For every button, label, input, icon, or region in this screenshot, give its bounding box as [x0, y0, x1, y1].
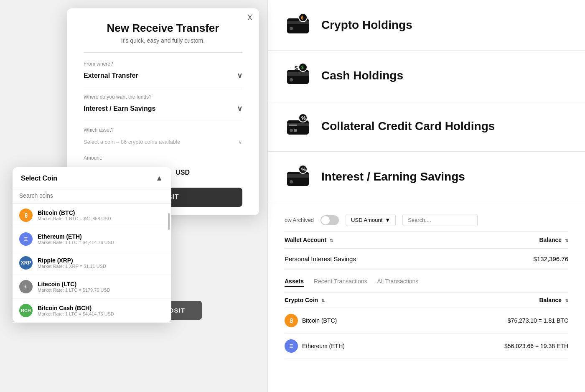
- to-dropdown[interactable]: Interest / Earn Savings ∨: [84, 102, 242, 120]
- interest-section[interactable]: % Interest / Earning Savings: [268, 152, 585, 202]
- ltc-info: Litecoin (LTC) Market Rate: 1 LTC = $179…: [38, 281, 165, 293]
- list-item-btc[interactable]: ₿ Bitcoin (BTC) Market Rate: 1 BTC = $41…: [13, 204, 171, 227]
- bch-coin-name: Bitcoin Cash (BCH): [38, 305, 165, 311]
- search-coins-input[interactable]: [13, 188, 171, 204]
- wallet-table-header: Wallet Account ⇅ Balance ⇅: [285, 232, 568, 249]
- to-label: Where do you want the funds?: [84, 94, 242, 100]
- wallet-sort-icon[interactable]: ⇅: [330, 238, 333, 243]
- from-label: From where?: [84, 61, 242, 67]
- table-row[interactable]: Personal Interest Savings $132,396.76: [285, 249, 568, 270]
- xrp-info: Ripple (XRP) Market Rate: 1 XRP = $1.11 …: [38, 257, 165, 269]
- tab-recent-transactions[interactable]: Recent Transactions: [314, 278, 367, 287]
- balance-col-header: Balance ⇅: [539, 237, 568, 243]
- assets-row-eth[interactable]: Ξ Ethereum (ETH) $56,023.66 = 19.38 ETH: [285, 333, 568, 359]
- balance-header: Balance ⇅: [539, 297, 568, 303]
- svg-text:%: %: [301, 115, 306, 121]
- btc-coin-name: Bitcoin (BTC): [38, 209, 165, 216]
- to-chevron-icon: ∨: [237, 104, 242, 113]
- collateral-title: Collateral Credit Card Holdings: [321, 120, 495, 133]
- cash-wallet-icon: $ $: [285, 62, 311, 89]
- eth-coin-rate: Market Rate: 1 LTC = $4,414.76 USD: [38, 240, 165, 245]
- svg-point-17: [294, 129, 297, 132]
- svg-point-16: [290, 129, 293, 132]
- list-item-bch[interactable]: BCH Bitcoin Cash (BCH) Market Rate: 1 LT…: [13, 299, 171, 323]
- select-coin-close-button[interactable]: ▲: [155, 174, 163, 183]
- interest-section-content: ow Archived USD Amount ▼ Wallet Account …: [268, 202, 585, 366]
- archived-label: ow Archived: [285, 217, 314, 223]
- bch-info: Bitcoin Cash (BCH) Market Rate: 1 LTC = …: [38, 305, 165, 316]
- btc-coin-rate: Market Rate: 1 BTC = $41,858 USD: [38, 216, 165, 221]
- filter-bar: ow Archived USD Amount ▼: [285, 209, 568, 232]
- crypto-holdings-title: Crypto Holdings: [321, 18, 412, 32]
- from-chevron-icon: ∨: [237, 71, 242, 80]
- from-value: External Transfer: [84, 72, 138, 79]
- wallet-name: Personal Interest Savings: [285, 255, 534, 262]
- svg-rect-1: [287, 21, 309, 24]
- svg-rect-6: [287, 72, 309, 76]
- coin-chevron-icon: ∨: [238, 139, 242, 145]
- svg-text:₿: ₿: [301, 15, 303, 20]
- scrollbar: [168, 213, 170, 230]
- btc-info: Bitcoin (BTC) Market Rate: 1 BTC = $41,8…: [38, 209, 165, 221]
- bch-coin-rate: Market Rate: 1 LTC = $4,414.76 USD: [38, 311, 165, 316]
- tabs-bar: Assets Recent Transactions All Transacti…: [285, 273, 568, 293]
- crypto-coin-header: Crypto Coin ⇅: [285, 297, 539, 303]
- eth-icon: Ξ: [285, 339, 298, 353]
- search-input[interactable]: [402, 214, 478, 226]
- ltc-coin-name: Litecoin (LTC): [38, 281, 165, 288]
- btc-name: Bitcoin (BTC): [302, 317, 337, 324]
- from-dropdown[interactable]: External Transfer ∨: [84, 69, 242, 87]
- svg-rect-11: [287, 120, 309, 135]
- btc-list-icon: ₿: [19, 209, 33, 222]
- interest-title: Interest / Earning Savings: [321, 170, 465, 183]
- modal-subtitle: It's quick, easy and fully custom.: [84, 37, 242, 44]
- xrp-list-icon: XRP: [19, 256, 33, 270]
- right-panel: ₿ Crypto Holdings $ $ Cash Holdings: [267, 0, 585, 392]
- modal-header: New Receive Transfer It's quick, easy an…: [67, 8, 259, 52]
- eth-coin-cell: Ξ Ethereum (ETH): [285, 339, 504, 353]
- cash-holdings-title: Cash Holdings: [321, 69, 403, 82]
- archived-toggle[interactable]: [320, 215, 339, 225]
- balance-sort-icon-2[interactable]: ⇅: [565, 298, 568, 303]
- currency-label: USD: [176, 169, 190, 176]
- tab-assets[interactable]: Assets: [285, 278, 304, 287]
- list-item-ltc[interactable]: Ł Litecoin (LTC) Market Rate: 1 LTC = $1…: [13, 275, 171, 299]
- svg-text:$: $: [301, 65, 304, 70]
- btc-icon: ₿: [285, 314, 298, 327]
- to-value: Interest / Earn Savings: [84, 105, 156, 112]
- modal-title: New Receive Transfer: [84, 22, 242, 35]
- tab-all-transactions[interactable]: All Transactions: [377, 278, 419, 287]
- wallet-col-header: Wallet Account ⇅: [285, 237, 539, 243]
- crypto-sort-icon[interactable]: ⇅: [321, 298, 325, 303]
- coin-placeholder: Select a coin – 86 crypto coins availabl…: [84, 139, 180, 145]
- svg-rect-5: [287, 70, 309, 84]
- list-item-xrp[interactable]: XRP Ripple (XRP) Market Rate: 1 XRP = $1…: [13, 251, 171, 275]
- xrp-coin-name: Ripple (XRP): [38, 257, 165, 264]
- collateral-section[interactable]: % Collateral Credit Card Holdings: [268, 101, 585, 152]
- modal-close-button[interactable]: X: [247, 13, 252, 22]
- crypto-wallet-icon: ₿: [285, 12, 311, 38]
- svg-rect-13: [289, 125, 297, 126]
- eth-info: Ethereum (ETH) Market Rate: 1 LTC = $4,4…: [38, 233, 165, 245]
- list-item-eth[interactable]: Ξ Ethereum (ETH) Market Rate: 1 LTC = $4…: [13, 227, 171, 251]
- cash-holdings-section[interactable]: $ $ Cash Holdings: [268, 51, 585, 101]
- modal-select-coin: Select Coin ▲ ₿ Bitcoin (BTC) Market Rat…: [13, 167, 171, 323]
- btc-balance: $76,273.10 = 1.81 BTC: [508, 317, 568, 324]
- svg-rect-19: [287, 174, 309, 178]
- svg-point-22: [290, 180, 293, 183]
- svg-rect-18: [287, 172, 309, 186]
- wallet-balance: $132,396.76: [534, 255, 568, 262]
- coin-select-dropdown[interactable]: Select a coin – 86 crypto coins availabl…: [84, 135, 242, 148]
- ltc-coin-rate: Market Rate: 1 LTC = $179.76 USD: [38, 288, 165, 293]
- amount-dropdown[interactable]: USD Amount ▼: [346, 214, 396, 226]
- ltc-list-icon: Ł: [19, 280, 33, 293]
- bch-list-icon: BCH: [19, 304, 33, 317]
- assets-row-btc[interactable]: ₿ Bitcoin (BTC) $76,273.10 = 1.81 BTC: [285, 308, 568, 333]
- select-coin-header: Select Coin ▲: [13, 167, 171, 188]
- select-coin-title: Select Coin: [21, 175, 57, 182]
- btc-coin-cell: ₿ Bitcoin (BTC): [285, 314, 508, 327]
- xrp-coin-rate: Market Rate: 1 XRP = $1.11 USD: [38, 264, 165, 269]
- svg-text:$: $: [295, 65, 298, 71]
- balance-sort-icon[interactable]: ⇅: [565, 238, 568, 243]
- crypto-holdings-section[interactable]: ₿ Crypto Holdings: [268, 0, 585, 51]
